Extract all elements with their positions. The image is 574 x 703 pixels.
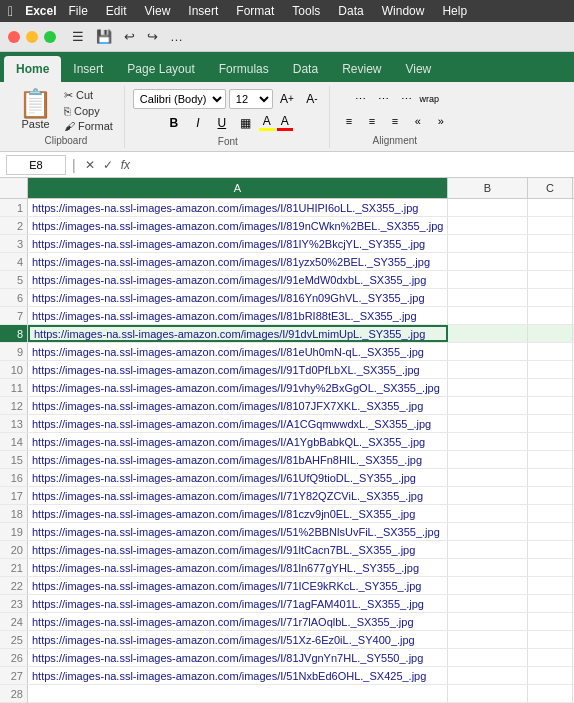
cell[interactable] (528, 487, 573, 504)
cell[interactable] (528, 631, 573, 648)
table-row[interactable]: 3https://images-na.ssl-images-amazon.com… (0, 235, 574, 253)
cell[interactable]: https://images-na.ssl-images-amazon.com/… (28, 235, 448, 252)
sidebar-toggle-button[interactable]: ☰ (68, 27, 88, 46)
tab-home[interactable]: Home (4, 56, 61, 82)
menu-view[interactable]: View (141, 3, 175, 19)
cell[interactable] (528, 577, 573, 594)
table-row[interactable]: 26https://images-na.ssl-images-amazon.co… (0, 649, 574, 667)
paste-button[interactable]: 📋 Paste (14, 88, 57, 132)
cell[interactable] (528, 343, 573, 360)
cell[interactable]: https://images-na.ssl-images-amazon.com/… (28, 469, 448, 486)
table-row[interactable]: 9https://images-na.ssl-images-amazon.com… (0, 343, 574, 361)
table-row[interactable]: 23https://images-na.ssl-images-amazon.co… (0, 595, 574, 613)
tab-page-layout[interactable]: Page Layout (115, 56, 206, 82)
cell[interactable]: https://images-na.ssl-images-amazon.com/… (28, 361, 448, 378)
table-row[interactable]: 19https://images-na.ssl-images-amazon.co… (0, 523, 574, 541)
cell[interactable] (528, 289, 573, 306)
table-row[interactable]: 2https://images-na.ssl-images-amazon.com… (0, 217, 574, 235)
cell[interactable] (528, 433, 573, 450)
cell[interactable] (528, 649, 573, 666)
cell[interactable] (528, 235, 573, 252)
cell[interactable] (448, 325, 528, 342)
underline-button[interactable]: U (211, 112, 233, 134)
cell[interactable] (528, 199, 573, 216)
cancel-formula-button[interactable]: ✕ (82, 157, 98, 173)
highlight-color-button[interactable]: A (259, 114, 275, 131)
confirm-formula-button[interactable]: ✓ (100, 157, 116, 173)
undo-button[interactable]: ↩ (120, 27, 139, 46)
cell[interactable] (528, 667, 573, 684)
copy-button[interactable]: ⎘ Copy (59, 104, 118, 118)
font-size-select[interactable]: 12 (229, 89, 273, 109)
cell[interactable]: https://images-na.ssl-images-amazon.com/… (28, 649, 448, 666)
cell[interactable] (528, 253, 573, 270)
cell[interactable] (448, 253, 528, 270)
cell[interactable] (528, 469, 573, 486)
align-right-button[interactable]: ≡ (384, 111, 406, 131)
menu-format[interactable]: Format (232, 3, 278, 19)
table-row[interactable]: 11https://images-na.ssl-images-amazon.co… (0, 379, 574, 397)
cell[interactable] (448, 271, 528, 288)
cell[interactable]: https://images-na.ssl-images-amazon.com/… (28, 595, 448, 612)
align-top-button[interactable]: ⋯ (349, 89, 371, 109)
table-row[interactable]: 21https://images-na.ssl-images-amazon.co… (0, 559, 574, 577)
cell[interactable] (528, 595, 573, 612)
cell[interactable] (448, 613, 528, 630)
cell[interactable] (28, 685, 448, 702)
table-row[interactable]: 4https://images-na.ssl-images-amazon.com… (0, 253, 574, 271)
col-header-b[interactable]: B (448, 178, 528, 198)
align-middle-button[interactable]: ⋯ (372, 89, 394, 109)
cell[interactable] (448, 523, 528, 540)
tab-formulas[interactable]: Formulas (207, 56, 281, 82)
align-center-button[interactable]: ≡ (361, 111, 383, 131)
menu-insert[interactable]: Insert (184, 3, 222, 19)
menu-window[interactable]: Window (378, 3, 429, 19)
menu-file[interactable]: File (64, 3, 91, 19)
border-button[interactable]: ▦ (235, 112, 257, 134)
cell[interactable] (528, 559, 573, 576)
cell[interactable] (528, 685, 573, 702)
cell[interactable] (528, 451, 573, 468)
cell[interactable] (448, 289, 528, 306)
cell[interactable]: https://images-na.ssl-images-amazon.com/… (28, 505, 448, 522)
cell[interactable]: https://images-na.ssl-images-amazon.com/… (28, 577, 448, 594)
formula-input[interactable] (137, 158, 568, 172)
cell[interactable] (448, 685, 528, 702)
cell[interactable]: https://images-na.ssl-images-amazon.com/… (28, 343, 448, 360)
cell[interactable]: https://images-na.ssl-images-amazon.com/… (28, 289, 448, 306)
tab-insert[interactable]: Insert (61, 56, 115, 82)
close-button[interactable] (8, 31, 20, 43)
cell[interactable] (448, 667, 528, 684)
redo-button[interactable]: ↪ (143, 27, 162, 46)
bold-button[interactable]: B (163, 112, 185, 134)
cell[interactable] (528, 541, 573, 558)
cell[interactable] (528, 217, 573, 234)
align-bottom-button[interactable]: ⋯ (395, 89, 417, 109)
menu-tools[interactable]: Tools (288, 3, 324, 19)
cell[interactable]: https://images-na.ssl-images-amazon.com/… (28, 487, 448, 504)
menu-help[interactable]: Help (438, 3, 471, 19)
cell[interactable]: https://images-na.ssl-images-amazon.com/… (28, 253, 448, 270)
cell[interactable] (448, 199, 528, 216)
table-row[interactable]: 20https://images-na.ssl-images-amazon.co… (0, 541, 574, 559)
align-left-button[interactable]: ≡ (338, 111, 360, 131)
table-row[interactable]: 13https://images-na.ssl-images-amazon.co… (0, 415, 574, 433)
cell[interactable]: https://images-na.ssl-images-amazon.com/… (28, 631, 448, 648)
table-row[interactable]: 24https://images-na.ssl-images-amazon.co… (0, 613, 574, 631)
cell[interactable]: https://images-na.ssl-images-amazon.com/… (28, 667, 448, 684)
cell[interactable]: https://images-na.ssl-images-amazon.com/… (28, 379, 448, 396)
cell[interactable] (528, 523, 573, 540)
table-row[interactable]: 27https://images-na.ssl-images-amazon.co… (0, 667, 574, 685)
cell[interactable] (528, 505, 573, 522)
cell[interactable] (448, 451, 528, 468)
cell[interactable] (448, 397, 528, 414)
cell[interactable] (448, 469, 528, 486)
cell[interactable]: https://images-na.ssl-images-amazon.com/… (28, 397, 448, 414)
customize-button[interactable]: … (166, 27, 187, 46)
tab-view[interactable]: View (393, 56, 443, 82)
cell[interactable]: https://images-na.ssl-images-amazon.com/… (28, 271, 448, 288)
maximize-button[interactable] (44, 31, 56, 43)
cell[interactable] (448, 505, 528, 522)
cell[interactable] (528, 307, 573, 324)
table-row[interactable]: 16https://images-na.ssl-images-amazon.co… (0, 469, 574, 487)
